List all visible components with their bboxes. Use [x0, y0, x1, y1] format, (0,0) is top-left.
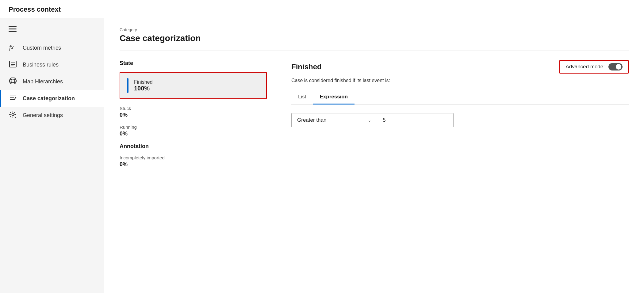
- advanced-mode-toggle[interactable]: [608, 63, 623, 70]
- state-section-title: State: [120, 60, 267, 67]
- page-title: Case categorization: [120, 33, 629, 43]
- left-panel: State Finished 100% Stuck 0% Running: [120, 60, 267, 174]
- svg-rect-2: [9, 31, 17, 32]
- state-item-value-running: 0%: [120, 131, 267, 137]
- finished-header: Finished Advanced mode:: [291, 60, 629, 74]
- svg-point-10: [11, 79, 15, 83]
- finished-description: Case is considered finished if its last …: [291, 78, 629, 83]
- tabs: List Expression: [291, 91, 629, 105]
- sidebar-item-general-settings[interactable]: General settings: [0, 107, 104, 124]
- state-item-value-stuck: 0%: [120, 112, 267, 118]
- sidebar-item-label-general-settings: General settings: [23, 112, 63, 119]
- svg-point-14: [12, 114, 14, 116]
- app-header: Process context: [0, 0, 644, 18]
- app-title: Process context: [9, 6, 61, 13]
- finished-panel-title: Finished: [291, 63, 322, 71]
- tab-expression[interactable]: Expression: [313, 91, 355, 105]
- state-card-value-finished: 100%: [134, 85, 152, 92]
- main-layout: fx Custom metrics Business rules: [0, 18, 644, 293]
- sidebar-item-label-business-rules: Business rules: [23, 62, 59, 68]
- gear-icon: [9, 111, 17, 120]
- state-card-finished[interactable]: Finished 100%: [120, 72, 267, 99]
- condition-dropdown[interactable]: Greater than ⌄: [291, 113, 377, 127]
- state-card-bar: [127, 78, 128, 93]
- svg-text:fx: fx: [9, 44, 14, 51]
- advanced-mode-box: Advanced mode:: [559, 60, 629, 74]
- state-item-stuck: Stuck 0%: [120, 106, 267, 118]
- sidebar: fx Custom metrics Business rules: [0, 18, 104, 293]
- expression-row: Greater than ⌄: [291, 113, 629, 127]
- map-hierarchies-icon: [9, 78, 17, 86]
- custom-metrics-icon: fx: [9, 44, 17, 52]
- main-content: Category Case categorization State Finis…: [104, 18, 644, 293]
- sidebar-item-case-categorization[interactable]: Case categorization: [0, 90, 104, 107]
- business-rules-icon: [9, 61, 17, 69]
- sidebar-item-map-hierarchies[interactable]: Map Hierarchies: [0, 73, 104, 90]
- condition-dropdown-value: Greater than: [297, 117, 326, 123]
- state-card-content: Finished 100%: [134, 79, 152, 92]
- right-panel: Finished Advanced mode: Case is consider…: [291, 60, 629, 174]
- sidebar-item-custom-metrics[interactable]: fx Custom metrics: [0, 40, 104, 56]
- svg-rect-0: [9, 26, 17, 27]
- case-categorization-icon: [9, 94, 17, 103]
- svg-rect-1: [9, 29, 17, 29]
- annotation-title: Annotation: [120, 143, 267, 150]
- state-item-name-stuck: Stuck: [120, 106, 267, 111]
- divider: [120, 51, 629, 51]
- sidebar-item-label-case-categorization: Case categorization: [23, 95, 75, 102]
- state-item-running: Running 0%: [120, 124, 267, 137]
- page-category: Category: [120, 27, 629, 32]
- expression-value-input[interactable]: [377, 113, 454, 127]
- content-grid: State Finished 100% Stuck 0% Running: [120, 60, 629, 174]
- svg-point-9: [10, 78, 16, 84]
- advanced-mode-label: Advanced mode:: [565, 64, 605, 70]
- state-card-name-finished: Finished: [134, 79, 152, 85]
- state-item-incompletely-imported: Incompletely imported 0%: [120, 155, 267, 168]
- annotation-item-name: Incompletely imported: [120, 155, 267, 160]
- sidebar-item-label-custom-metrics: Custom metrics: [23, 45, 61, 51]
- hamburger-menu[interactable]: [0, 24, 104, 40]
- chevron-down-icon: ⌄: [368, 118, 371, 123]
- state-item-name-running: Running: [120, 124, 267, 130]
- sidebar-item-label-map-hierarchies: Map Hierarchies: [23, 78, 63, 85]
- annotation-item-value: 0%: [120, 161, 267, 168]
- svg-point-8: [10, 79, 16, 83]
- sidebar-item-business-rules[interactable]: Business rules: [0, 56, 104, 73]
- tab-list[interactable]: List: [291, 91, 313, 105]
